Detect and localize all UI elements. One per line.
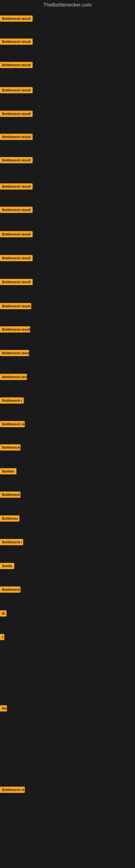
bottleneck-result-item[interactable]: Bottleneck r <box>0 539 23 546</box>
bottleneck-badge: Bottle <box>0 563 14 569</box>
bottleneck-result-item[interactable]: Bottleneck result <box>0 38 33 46</box>
bottleneck-result-item[interactable]: Bottleneck result <box>0 183 33 191</box>
bottleneck-badge: Bottleneck r <box>0 397 24 404</box>
bottleneck-result-item[interactable]: Bottleneck result <box>0 231 33 239</box>
bottleneck-result-item[interactable]: Bottleneck result <box>0 207 33 214</box>
bottleneck-result-item[interactable]: Bottleneck result <box>0 16 33 23</box>
bottleneck-result-item[interactable]: Bottleneck result <box>0 303 31 310</box>
bottleneck-result-item[interactable]: Bottleneck result <box>0 134 33 141</box>
bottleneck-result-item[interactable]: Bottleneck res <box>0 421 25 428</box>
bottleneck-result-item[interactable]: Bottleneck result <box>0 326 30 334</box>
bottleneck-result-item[interactable]: B <box>0 610 6 618</box>
bottleneck-badge: Bottleneck result <box>0 183 33 190</box>
bottleneck-badge: Bottlen <box>0 468 16 474</box>
bottleneck-result-item[interactable]: Bottleneck r <box>0 397 24 405</box>
bottleneck-result-item[interactable]: Bottleneck <box>0 492 20 499</box>
bottleneck-badge: Bottleneck <box>0 492 20 498</box>
bottleneck-result-item[interactable]: Bottlenec <box>0 516 19 523</box>
bottleneck-result-item[interactable]: Bottleneck <box>0 444 20 452</box>
bottleneck-badge: Bottleneck result <box>0 326 30 333</box>
bottleneck-badge: Bottleneck result <box>0 16 33 22</box>
bottleneck-badge: Bottleneck result <box>0 157 33 163</box>
bottleneck-badge: Bottlenec <box>0 516 19 522</box>
bottleneck-result-item[interactable]: Bottleneck <box>0 586 20 594</box>
bottleneck-badge: Bottleneck res <box>0 421 25 427</box>
bottleneck-result-item[interactable]: Bottleneck resul <box>0 374 27 381</box>
bottleneck-badge: Bottleneck result <box>0 350 29 356</box>
bottleneck-result-item[interactable]: Bottleneck result <box>0 111 33 118</box>
bottleneck-badge: Bottleneck r <box>0 539 23 545</box>
bottleneck-result-item[interactable]: I <box>0 634 4 641</box>
bottleneck-badge: Bottleneck result <box>0 38 33 45</box>
bottleneck-badge: Bottleneck <box>0 444 20 451</box>
bottleneck-badge: Bottleneck result <box>0 134 33 140</box>
bottleneck-result-item[interactable]: Bottleneck result <box>0 255 33 262</box>
bottleneck-badge: Bottleneck resul <box>0 374 27 380</box>
bottleneck-result-item[interactable]: Bottleneck re <box>0 786 25 794</box>
bottleneck-result-item[interactable]: Bo <box>0 705 7 713</box>
bottleneck-badge: Bottleneck result <box>0 111 33 117</box>
bottleneck-result-item[interactable]: Bottleneck result <box>0 87 33 94</box>
bottleneck-badge: Bottleneck result <box>0 279 33 285</box>
bottleneck-result-item[interactable]: Bottleneck result <box>0 350 29 357</box>
bottleneck-result-item[interactable]: Bottleneck result <box>0 62 33 69</box>
bottleneck-badge: Bottleneck result <box>0 303 31 309</box>
bottleneck-badge: Bottleneck result <box>0 231 33 237</box>
bottleneck-result-item[interactable]: Bottle <box>0 563 14 570</box>
bottleneck-result-item[interactable]: Bottleneck result <box>0 279 33 286</box>
bottleneck-badge: Bottleneck re <box>0 786 25 793</box>
bottleneck-badge: Bo <box>0 705 7 712</box>
bottleneck-badge: I <box>0 634 4 640</box>
bottleneck-badge: Bottleneck result <box>0 62 33 68</box>
bottleneck-result-item[interactable]: Bottleneck result <box>0 157 33 164</box>
bottleneck-badge: Bottleneck <box>0 586 20 593</box>
bottleneck-badge: Bottleneck result <box>0 207 33 213</box>
bottleneck-badge: Bottleneck result <box>0 255 33 261</box>
bottleneck-result-item[interactable]: Bottlen <box>0 468 16 475</box>
bottleneck-badge: B <box>0 610 6 617</box>
site-title: TheBottlenecker.com <box>0 0 135 10</box>
bottleneck-badge: Bottleneck result <box>0 87 33 93</box>
